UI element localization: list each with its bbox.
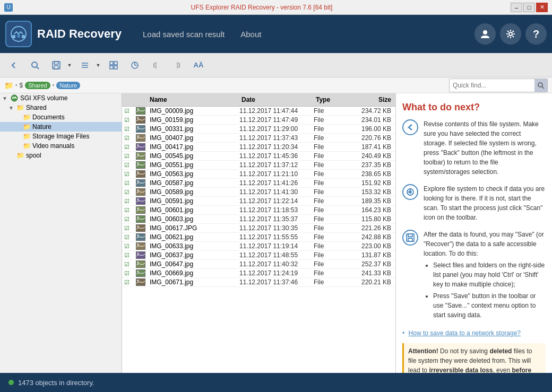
tree-item-documents[interactable]: ▶ 📁 Documents — [0, 112, 122, 122]
file-size: 189.35 KB — [346, 197, 393, 205]
table-row[interactable]: ☑ IMG_00671.jpg 11.12.2017 11:37:46 File… — [122, 278, 395, 287]
row-checkbox[interactable]: ☑ — [124, 188, 136, 196]
view-dropdown-button[interactable]: ▼ — [94, 56, 102, 74]
row-checkbox[interactable]: ☑ — [124, 233, 136, 241]
table-row[interactable]: ☑ IMG_00563.jpg 11.12.2017 11:21:10 File… — [122, 170, 395, 179]
next-button[interactable] — [168, 56, 187, 74]
info-text-save: After the data is found, you may "Save" … — [424, 230, 546, 322]
check-icon: ☑ — [124, 243, 130, 249]
expand-docs-icon: ▶ — [15, 115, 21, 120]
svg-point-6 — [32, 62, 37, 67]
row-checkbox[interactable]: ☑ — [124, 206, 136, 214]
row-checkbox[interactable]: ☑ — [124, 152, 136, 160]
row-checkbox[interactable]: ☑ — [124, 170, 136, 178]
svg-point-59 — [137, 243, 139, 246]
table-row[interactable]: ☑ IMG_00637.jpg 11.12.2017 11:48:55 File… — [122, 251, 395, 260]
search-go-button[interactable] — [534, 79, 547, 92]
table-row[interactable]: ☑ IMG_00417.jpg 11.12.2017 11:20:34 File… — [122, 143, 395, 152]
tree-item-storage[interactable]: ▶ 📁 Storage Image Files — [0, 132, 122, 141]
breadcrumb-dollar: $ — [20, 82, 23, 89]
file-size: 234.01 KB — [346, 116, 393, 124]
row-checkbox[interactable]: ☑ — [124, 278, 136, 286]
breadcrumb-shared[interactable]: Shared — [25, 82, 50, 89]
minimize-button[interactable]: – — [511, 3, 522, 12]
breadcrumb-dot1: • — [15, 82, 18, 88]
attention-prefix: Attention! — [408, 347, 438, 355]
table-row[interactable]: ☑ IMG_00601.jpg 11.12.2017 11:18:53 File… — [122, 206, 395, 215]
row-checkbox[interactable]: ☑ — [124, 134, 136, 142]
row-checkbox[interactable]: ☑ — [124, 215, 136, 223]
grid-view-button[interactable] — [104, 56, 123, 74]
brand-text: RAID Recovery — [37, 27, 122, 41]
file-type: File — [314, 170, 346, 178]
row-checkbox[interactable]: ☑ — [124, 125, 136, 133]
table-row[interactable]: ☑ IMG_00159.jpg 11.12.2017 11:47:49 File… — [122, 116, 395, 125]
breadcrumb-nature[interactable]: Nature — [56, 82, 80, 89]
table-row[interactable]: ☑ IMG_00551.jpg 11.12.2017 11:37:12 File… — [122, 161, 395, 170]
scan-button[interactable] — [125, 56, 144, 74]
user-icon-button[interactable] — [475, 23, 496, 45]
network-storage-link[interactable]: How to save data to a network storage? — [409, 329, 521, 337]
search-button[interactable] — [25, 56, 45, 74]
header-date[interactable]: Date — [239, 94, 314, 105]
save-dropdown-button[interactable]: ▼ — [66, 56, 73, 74]
table-row[interactable]: ☑ IMG_00621.jpg 11.12.2017 11:55:55 File… — [122, 233, 395, 242]
row-checkbox[interactable]: ☑ — [124, 269, 136, 277]
table-row[interactable]: ☑ IMG_00589.jpg 11.12.2017 11:41:30 File… — [122, 188, 395, 197]
row-checkbox[interactable]: ☑ — [124, 251, 136, 259]
svg-point-45 — [137, 180, 139, 182]
row-checkbox[interactable]: ☑ — [124, 242, 136, 250]
nav-links: Load saved scan result About — [143, 30, 261, 39]
save-button[interactable] — [47, 56, 66, 74]
table-row[interactable]: ☑ IMG_00633.jpg 11.12.2017 11:19:14 File… — [122, 242, 395, 251]
header-type[interactable]: Type — [314, 94, 346, 105]
file-list-body[interactable]: ☑ IMG_00009.jpg 11.12.2017 11:47:44 File… — [122, 107, 395, 373]
tree-item-video[interactable]: ▶ 📁 Video manuals — [0, 141, 122, 151]
help-icon-button[interactable]: ? — [525, 23, 547, 45]
row-checkbox[interactable]: ☑ — [124, 107, 136, 115]
header-name[interactable]: Name — [148, 94, 239, 105]
header-size[interactable]: Size — [346, 94, 393, 105]
find-text-button[interactable]: AÄ — [189, 56, 208, 74]
table-row[interactable]: ☑ IMG_00407.jpg 11.12.2017 11:37:43 File… — [122, 134, 395, 143]
breadcrumb-dot2: • — [53, 82, 55, 88]
row-checkbox[interactable]: ☑ — [124, 143, 136, 151]
maximize-button[interactable]: □ — [523, 3, 535, 12]
table-row[interactable]: ☑ IMG_00591.jpg 11.12.2017 11:22:14 File… — [122, 197, 395, 206]
row-checkbox[interactable]: ☑ — [124, 260, 136, 268]
file-type: File — [314, 152, 346, 160]
row-checkbox[interactable]: ☑ — [124, 197, 136, 205]
table-row[interactable]: ☑ IMG_00587.jpg 11.12.2017 11:41:26 File… — [122, 179, 395, 188]
table-row[interactable]: ☑ IMG_00331.jpg 11.12.2017 11:29:00 File… — [122, 125, 395, 134]
expand-storage-icon: ▶ — [15, 134, 21, 140]
tree-item-spool[interactable]: ▶ 📁 spool — [0, 151, 122, 160]
row-checkbox[interactable]: ☑ — [124, 116, 136, 124]
table-row[interactable]: ☑ IMG_00647.jpg 11.12.2017 11:40:32 File… — [122, 260, 395, 269]
tree-item-nature[interactable]: ▶ 📁 Nature — [0, 122, 122, 132]
quick-find-input[interactable] — [450, 81, 534, 90]
check-icon: ☑ — [124, 171, 130, 177]
tree-item-shared[interactable]: ▼ 📁 Shared — [0, 103, 122, 112]
row-checkbox[interactable]: ☑ — [124, 161, 136, 169]
list-view-button[interactable] — [75, 56, 94, 74]
row-thumb — [136, 197, 148, 205]
table-row[interactable]: ☑ IMG_00009.jpg 11.12.2017 11:47:44 File… — [122, 107, 395, 116]
table-row[interactable]: ☑ IMG_00669.jpg 11.12.2017 11:24:19 File… — [122, 269, 395, 278]
back-button[interactable] — [4, 56, 23, 74]
file-name: IMG_00601.jpg — [148, 206, 239, 214]
check-icon: ☑ — [124, 126, 130, 132]
row-checkbox[interactable]: ☑ — [124, 179, 136, 187]
file-date: 11.12.2017 11:37:12 — [239, 161, 314, 169]
settings-icon-button[interactable] — [500, 23, 521, 45]
about-link[interactable]: About — [240, 30, 261, 39]
tree-item-volume[interactable]: ▼ SGI XFS volume — [0, 93, 122, 103]
row-checkbox[interactable]: ☑ — [124, 224, 136, 232]
tree-spool-label: spool — [26, 152, 41, 159]
table-row[interactable]: ☑ IMG_00617.JPG 11.12.2017 11:30:35 File… — [122, 224, 395, 233]
svg-line-7 — [37, 67, 39, 69]
table-row[interactable]: ☑ IMG_00545.jpg 11.12.2017 11:45:36 File… — [122, 152, 395, 161]
prev-button[interactable] — [146, 56, 166, 74]
table-row[interactable]: ☑ IMG_00603.jpg 11.12.2017 11:35:37 File… — [122, 215, 395, 224]
load-scan-link[interactable]: Load saved scan result — [143, 30, 225, 39]
close-button[interactable]: ✕ — [536, 3, 548, 12]
